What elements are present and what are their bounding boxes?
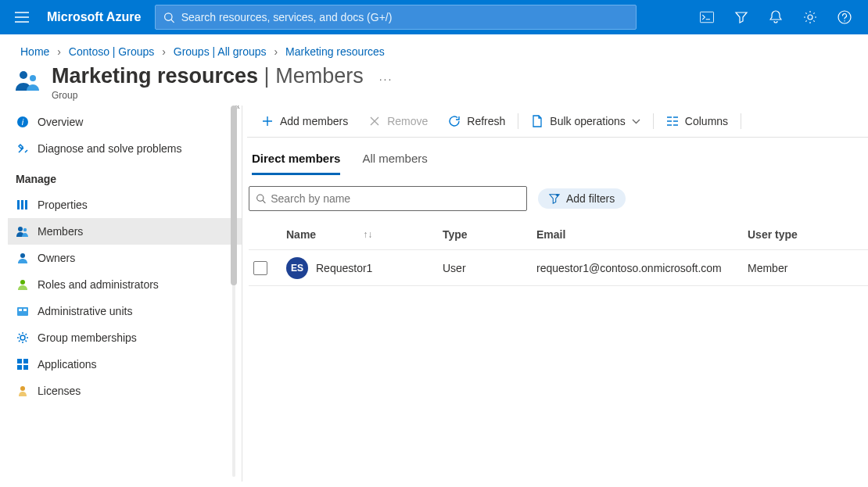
bell-icon (769, 10, 782, 24)
svg-rect-9 (21, 200, 23, 209)
cell-name: Requestor1 (316, 262, 372, 274)
member-search[interactable] (249, 186, 527, 211)
brand-label[interactable]: Microsoft Azure (38, 10, 155, 24)
gear-icon (803, 10, 817, 24)
global-search-input[interactable] (181, 11, 629, 23)
scrollbar-thumb[interactable] (231, 106, 237, 285)
filter-icon (734, 10, 748, 24)
col-email[interactable]: Email (536, 228, 748, 241)
nav-overview[interactable]: i Overview (8, 109, 242, 135)
cloud-shell-icon (700, 11, 714, 23)
tab-all-members[interactable]: All members (362, 152, 427, 175)
table-row[interactable]: ES Requestor1 User requestor1@contoso.on… (249, 250, 868, 286)
btn-label: Columns (685, 115, 728, 127)
btn-label: Bulk operations (550, 115, 626, 127)
cell-usertype: Member (748, 262, 834, 274)
document-icon (531, 115, 543, 127)
add-filters-button[interactable]: Add filters (538, 188, 626, 209)
nav-label: Applications (38, 358, 97, 371)
nav-label: Roles and administrators (38, 278, 159, 291)
crumb-current[interactable]: Marketing resources (285, 45, 385, 58)
help-icon (838, 10, 852, 24)
toolbar-separator (653, 113, 654, 129)
azure-topbar: Microsoft Azure (0, 0, 868, 34)
nav-label: Overview (38, 116, 83, 128)
nav-admin-units[interactable]: Administrative units (8, 298, 242, 324)
command-toolbar: Add members Remove Refresh Bulk operatio… (247, 106, 868, 138)
svg-point-0 (165, 13, 172, 20)
bulk-operations-button[interactable]: Bulk operations (522, 112, 650, 131)
apps-icon (16, 357, 30, 371)
members-tabs: Direct members All members (242, 138, 868, 175)
notifications-button[interactable] (759, 0, 793, 34)
cloud-shell-button[interactable] (690, 0, 724, 34)
btn-label: Remove (387, 115, 428, 127)
properties-icon (16, 198, 30, 212)
toolbar-separator (741, 113, 741, 129)
svg-rect-22 (23, 365, 28, 370)
page-header: Marketing resources | Members ··· Group (0, 64, 868, 106)
directories-button[interactable] (724, 0, 759, 34)
row-checkbox[interactable] (253, 261, 267, 275)
nav-applications[interactable]: Applications (8, 351, 242, 378)
page-section-label: Members (275, 64, 364, 88)
nav-label: Administrative units (38, 305, 132, 317)
sort-icon[interactable]: ↑↓ (363, 229, 372, 240)
btn-label: Add filters (566, 192, 615, 205)
main-panel: Add members Remove Refresh Bulk operatio… (242, 106, 868, 482)
more-actions-button[interactable]: ··· (379, 73, 393, 85)
refresh-button[interactable]: Refresh (439, 112, 515, 131)
crumb-contoso-groups[interactable]: Contoso | Groups (69, 45, 154, 58)
cell-type: User (443, 262, 536, 274)
svg-point-12 (23, 228, 27, 231)
nav-properties[interactable]: Properties (8, 192, 242, 218)
menu-toggle-button[interactable] (6, 12, 38, 23)
owner-icon (16, 251, 30, 265)
global-search[interactable] (155, 5, 637, 30)
resource-type-label: Group (52, 90, 393, 101)
svg-point-14 (20, 280, 25, 285)
nav-members[interactable]: Members (8, 218, 242, 245)
x-icon (368, 115, 381, 127)
col-usertype[interactable]: User type (748, 228, 834, 241)
crumb-all-groups[interactable]: Groups | All groups (174, 45, 267, 58)
chevron-right-icon: › (274, 45, 278, 58)
settings-button[interactable] (793, 0, 827, 34)
svg-rect-19 (17, 359, 22, 363)
page-title-suffix: | (258, 64, 275, 88)
sidebar-nav: « i Overview Diagnose and solve problems… (0, 106, 242, 482)
nav-owners[interactable]: Owners (8, 245, 242, 271)
add-members-button[interactable]: Add members (252, 112, 357, 131)
col-type[interactable]: Type (443, 228, 536, 241)
nav-diagnose[interactable]: Diagnose and solve problems (8, 135, 242, 162)
svg-point-23 (20, 386, 25, 391)
nav-group-memberships[interactable]: Group memberships (8, 324, 242, 351)
remove-button: Remove (359, 112, 437, 131)
tab-direct-members[interactable]: Direct members (252, 152, 340, 175)
svg-rect-15 (17, 307, 28, 316)
crumb-home[interactable]: Home (20, 45, 49, 58)
nav-roles[interactable]: Roles and administrators (8, 271, 242, 298)
help-button[interactable] (827, 0, 862, 34)
chevron-right-icon: › (57, 45, 61, 58)
breadcrumb: Home › Contoso | Groups › Groups | All g… (0, 34, 868, 64)
nav-label: Group memberships (38, 331, 137, 344)
page-title: Marketing resources (52, 64, 258, 88)
columns-icon (666, 115, 679, 127)
svg-rect-17 (23, 309, 27, 311)
svg-point-18 (20, 335, 25, 340)
columns-button[interactable]: Columns (657, 112, 737, 131)
member-search-input[interactable] (271, 192, 520, 205)
plus-icon (261, 115, 274, 127)
chevron-down-icon (632, 119, 640, 124)
col-name[interactable]: Name (286, 228, 316, 241)
svg-rect-21 (17, 365, 22, 370)
nav-licenses[interactable]: Licenses (8, 378, 242, 404)
search-icon (256, 193, 266, 204)
svg-point-24 (257, 195, 264, 201)
wrench-icon (16, 141, 30, 156)
svg-point-13 (20, 253, 25, 258)
members-table: Name ↑↓ Type Email User type ES Requesto… (242, 219, 868, 286)
svg-rect-8 (17, 200, 20, 209)
refresh-icon (448, 115, 461, 127)
